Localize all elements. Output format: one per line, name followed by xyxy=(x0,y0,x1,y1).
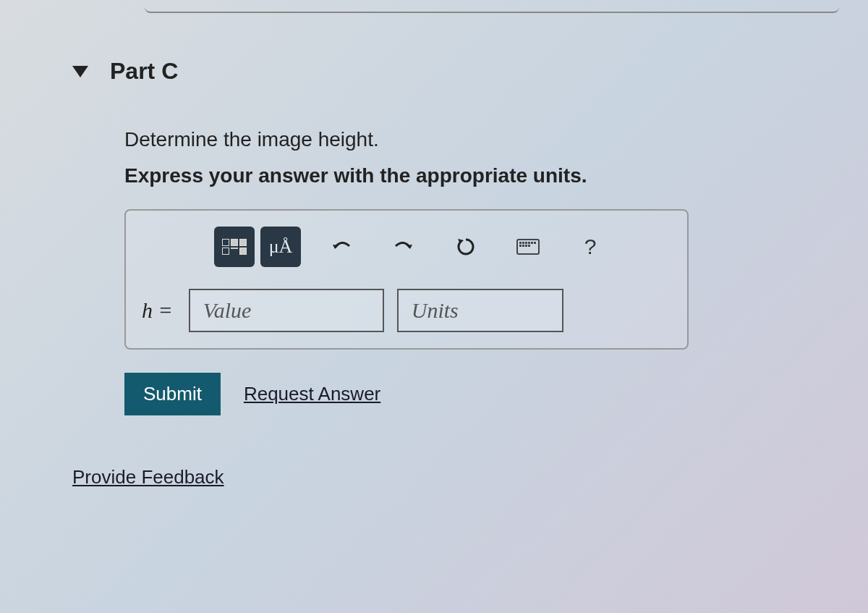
answer-input-row: h = Value Units xyxy=(142,289,671,332)
templates-button[interactable] xyxy=(214,227,255,267)
undo-icon xyxy=(331,237,352,256)
prompt-text: Determine the image height. xyxy=(124,128,839,151)
keyboard-icon xyxy=(516,239,540,255)
feedback-row: Provide Feedback xyxy=(124,466,839,489)
keyboard-button[interactable] xyxy=(508,227,548,267)
special-chars-button[interactable]: μÅ xyxy=(260,227,301,267)
value-placeholder: Value xyxy=(203,298,252,323)
request-answer-link[interactable]: Request Answer xyxy=(244,383,380,405)
units-input[interactable]: Units xyxy=(397,289,563,332)
redo-button[interactable] xyxy=(383,227,424,267)
part-title: Part C xyxy=(110,58,178,85)
reset-button[interactable] xyxy=(446,227,486,267)
help-button[interactable]: ? xyxy=(570,227,610,267)
help-icon: ? xyxy=(584,234,597,259)
answer-panel: μÅ xyxy=(124,209,689,350)
equation-toolbar: μÅ xyxy=(214,227,671,267)
units-placeholder: Units xyxy=(412,298,459,323)
part-content: Determine the image height. Express your… xyxy=(124,128,839,489)
undo-button[interactable] xyxy=(321,227,362,267)
provide-feedback-link[interactable]: Provide Feedback xyxy=(72,466,224,488)
actions-row: Submit Request Answer xyxy=(124,373,839,415)
panel-top-edge xyxy=(145,0,839,13)
part-header: Part C xyxy=(72,58,839,85)
variable-label: h = xyxy=(142,298,173,323)
submit-button[interactable]: Submit xyxy=(124,373,221,415)
value-input[interactable]: Value xyxy=(189,289,384,332)
special-chars-label: μÅ xyxy=(269,236,293,258)
redo-icon xyxy=(393,237,414,256)
instruction-text: Express your answer with the appropriate… xyxy=(124,164,839,187)
reset-icon xyxy=(455,236,477,258)
templates-icon xyxy=(220,234,249,260)
collapse-caret-icon[interactable] xyxy=(72,66,88,77)
